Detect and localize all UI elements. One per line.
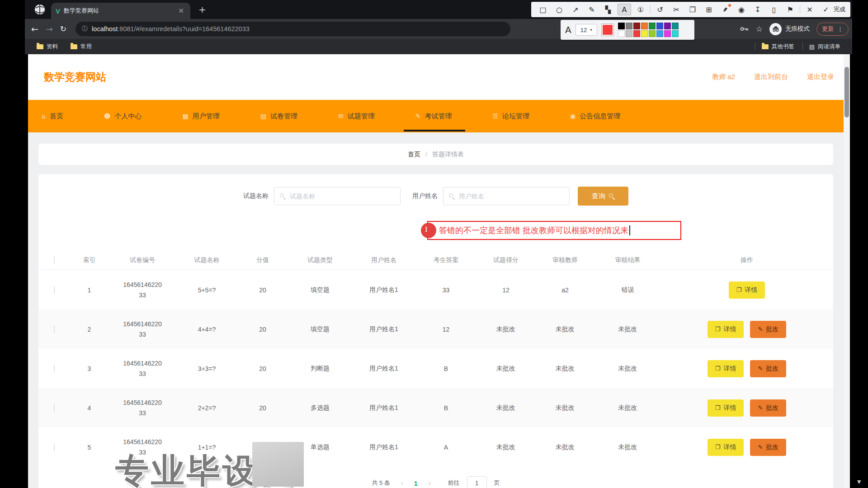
bookmark-folder-2[interactable]: 常用 xyxy=(71,43,92,51)
arrow-tool[interactable]: ↗ xyxy=(569,4,582,15)
download-tool[interactable]: ↧ xyxy=(751,4,764,15)
palette-color[interactable] xyxy=(649,30,656,37)
grade-button[interactable]: ✎批改 xyxy=(750,360,786,377)
palette-color[interactable] xyxy=(641,30,648,37)
confirm-tool[interactable]: ✓完成 xyxy=(819,4,845,15)
nav-item-label: 用户管理 xyxy=(193,112,220,121)
palette-color[interactable] xyxy=(672,30,679,37)
palette-color[interactable] xyxy=(664,23,671,29)
row-checkbox[interactable] xyxy=(54,365,55,373)
cell-reviewer: 未批改 xyxy=(535,443,595,451)
nav-item-首页[interactable]: ⌂首页 xyxy=(42,100,63,132)
next-page-button[interactable]: › xyxy=(429,479,431,487)
scrollbar-thumb[interactable] xyxy=(844,67,849,117)
detail-button[interactable]: ❐详情 xyxy=(708,321,744,338)
exit-to-front-link[interactable]: 退出到前台 xyxy=(754,73,788,81)
prev-page-button[interactable]: ‹ xyxy=(401,479,403,487)
col-header: 操作 xyxy=(660,256,833,264)
palette-color[interactable] xyxy=(633,30,640,37)
breadcrumb-home[interactable]: 首页 xyxy=(408,150,420,159)
palette-color[interactable] xyxy=(626,23,632,29)
nav-item-个人中心[interactable]: ☻个人中心 xyxy=(104,100,142,132)
device-tool-glyph: ▯ xyxy=(772,5,776,14)
page-input[interactable] xyxy=(467,476,487,488)
row-checkbox[interactable] xyxy=(54,286,55,294)
site-info-icon[interactable]: ⓘ xyxy=(82,25,88,33)
nav-item-试题管理[interactable]: ✉试题管理 xyxy=(338,100,375,132)
palette-color[interactable] xyxy=(664,30,671,37)
page-scrollbar[interactable] xyxy=(844,54,850,488)
pen-tool[interactable]: ✎ xyxy=(585,4,599,15)
nav-item-用户管理[interactable]: ▦用户管理 xyxy=(183,100,220,132)
reload-button[interactable]: ↻ xyxy=(60,24,66,33)
detail-button[interactable]: ❐详情 xyxy=(729,282,765,299)
logout-link[interactable]: 退出登录 xyxy=(807,73,834,81)
text-tool[interactable]: A xyxy=(618,4,631,15)
page-number-active[interactable]: 1 xyxy=(414,479,418,487)
query-button[interactable]: 查询 xyxy=(578,187,628,206)
select-all-checkbox[interactable] xyxy=(54,256,55,264)
ellipse-tool[interactable]: ○ xyxy=(552,4,566,15)
browser-tab[interactable]: V 数学竞赛网站 ✕ xyxy=(51,3,190,19)
font-size-select[interactable]: 12 ▾ xyxy=(576,24,597,36)
annotation-red-dot xyxy=(421,223,436,238)
mosaic-tool[interactable]: ▚ xyxy=(601,4,615,15)
bookmark-tool[interactable]: ⚑ xyxy=(783,4,797,15)
grade-button[interactable]: ✎批改 xyxy=(750,399,786,417)
forward-button[interactable]: → xyxy=(46,24,53,34)
step-number-tool[interactable]: ① xyxy=(634,4,647,15)
row-checkbox[interactable] xyxy=(54,404,55,412)
detail-button[interactable]: ❐详情 xyxy=(708,360,744,377)
palette-color[interactable] xyxy=(618,23,625,29)
palette-color[interactable] xyxy=(626,30,632,37)
rect-tool[interactable]: □ xyxy=(536,4,550,15)
bookmark-star-icon[interactable]: ☆ xyxy=(756,24,763,33)
palette-color[interactable] xyxy=(656,23,663,29)
record-tool[interactable]: ◉ xyxy=(735,4,748,15)
row-checkbox[interactable] xyxy=(54,325,55,333)
nav-item-公告信息管理[interactable]: ◉公告信息管理 xyxy=(570,100,620,132)
pin-tool[interactable]: ✒ xyxy=(718,4,732,15)
current-user-link[interactable]: 教师 a2 xyxy=(712,73,735,81)
menu-kebab-icon[interactable]: ⋮ xyxy=(837,26,843,33)
nav-item-论坛管理[interactable]: ☰论坛管理 xyxy=(492,100,529,132)
key-icon[interactable] xyxy=(740,26,749,32)
palette-color[interactable] xyxy=(672,23,679,29)
document-icon: ❐ xyxy=(715,444,721,450)
close-tool-glyph: ✕ xyxy=(807,5,812,14)
annotation-note-box[interactable]: I 答错的不一定是全部错 批改教师可以根据对的情况来 xyxy=(427,221,681,240)
back-button[interactable]: ← xyxy=(31,24,38,34)
device-tool[interactable]: ▯ xyxy=(767,4,781,15)
palette-color[interactable] xyxy=(633,23,640,29)
other-bookmarks[interactable]: 其他书签 xyxy=(762,43,794,51)
fullscreen-tool[interactable]: ⊞ xyxy=(702,4,716,15)
grade-button[interactable]: ✎批改 xyxy=(750,439,786,456)
detail-button[interactable]: ❐详情 xyxy=(708,439,744,456)
update-button[interactable]: 更新 ⋮ xyxy=(816,23,849,36)
grade-button[interactable]: ✎批改 xyxy=(750,321,786,338)
current-color-swatch[interactable] xyxy=(601,23,614,36)
palette-color[interactable] xyxy=(656,30,663,37)
tab-close-icon[interactable]: ✕ xyxy=(176,7,186,15)
question-name-field xyxy=(274,187,401,205)
reading-list[interactable]: ▤ 阅读清单 xyxy=(809,43,840,51)
palette-color[interactable] xyxy=(618,30,625,37)
row-checkbox[interactable] xyxy=(54,443,55,451)
close-tool[interactable]: ✕ xyxy=(803,4,816,15)
cell-user: 用户姓名1 xyxy=(352,443,415,451)
question-name-input[interactable] xyxy=(289,192,395,200)
detail-button[interactable]: ❐详情 xyxy=(708,399,744,417)
other-bookmarks-label: 其他书签 xyxy=(772,43,794,51)
nav-item-试卷管理[interactable]: ▤试卷管理 xyxy=(260,100,297,132)
bookmark-folder-1[interactable]: 资料 xyxy=(37,43,58,51)
cut-tool[interactable]: ✂ xyxy=(670,4,683,15)
palette-color[interactable] xyxy=(649,23,656,29)
nav-item-考试管理[interactable]: ✎考试管理 xyxy=(415,100,452,132)
undo-tool[interactable]: ↺ xyxy=(653,4,667,15)
palette-color[interactable] xyxy=(641,23,648,29)
copy-tool[interactable]: ❐ xyxy=(686,4,699,15)
row-checkbox-cell xyxy=(38,286,70,294)
user-name-input[interactable] xyxy=(458,192,564,200)
new-tab-button[interactable]: + xyxy=(198,5,206,14)
url-bar[interactable]: ⓘ localhost:8081/#/examredetails?uuid=16… xyxy=(75,22,510,36)
